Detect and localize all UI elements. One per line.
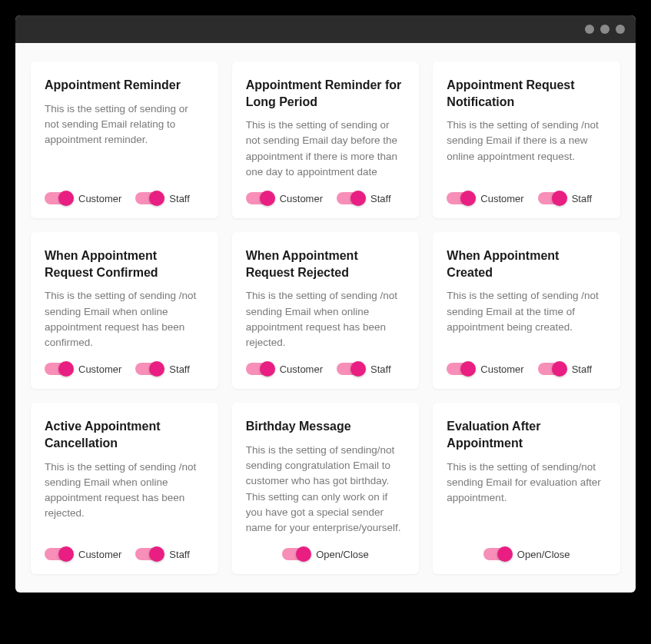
card-appointment-created: When Appointment Created This is the set… [433,232,620,389]
card-appointment-request-rejected: When Appointment Request Rejected This i… [232,232,420,389]
settings-grid: Appointment Reminder This is the setting… [15,43,636,593]
staff-toggle[interactable] [337,192,364,204]
toggle-row: Customer Staff [45,192,204,204]
toggle-row: Customer Staff [45,363,204,375]
card-title: When Appointment Request Confirmed [45,247,204,281]
toggle-group-customer: Customer [45,548,121,560]
toggle-row: Customer Staff [246,363,406,375]
toggle-group-customer: Customer [447,192,523,204]
card-title: Active Appointment Cancellation [45,418,204,451]
window-dot-icon [600,25,609,34]
card-title: Evaluation After Appointment [447,418,606,451]
toggle-group-openclose: Open/Close [282,548,369,560]
toggle-row: Customer Staff [246,192,406,204]
toggle-group-staff: Staff [337,363,391,375]
toggle-row: Customer Staff [447,192,606,204]
staff-toggle[interactable] [538,363,566,375]
staff-toggle[interactable] [135,548,163,560]
card-desc: This is the setting of sending or not se… [246,118,406,180]
window-dot-icon [585,25,594,34]
staff-toggle[interactable] [135,363,163,375]
toggle-label: Staff [572,193,593,204]
toggle-label: Customer [78,193,121,204]
window-dot-icon [616,25,625,34]
toggle-row: Customer Staff [45,548,204,560]
card-appointment-request-notification: Appointment Request Notification This is… [433,61,620,218]
app-window: Appointment Reminder This is the setting… [15,15,636,593]
toggle-label: Customer [280,363,323,375]
toggle-label: Staff [169,193,190,204]
toggle-label: Open/Close [316,549,369,560]
toggle-row: Open/Close [447,548,606,560]
card-desc: This is the setting of sending/not sendi… [246,443,406,536]
card-title: Appointment Reminder [45,77,204,94]
toggle-label: Customer [78,549,121,560]
toggle-group-customer: Customer [246,363,323,375]
toggle-label: Open/Close [517,549,570,560]
toggle-row: Customer Staff [447,363,606,375]
card-active-appointment-cancellation: Active Appointment Cancellation This is … [31,403,218,574]
card-evaluation-after-appointment: Evaluation After Appointment This is the… [433,403,620,574]
toggle-group-customer: Customer [447,363,523,375]
toggle-group-staff: Staff [538,363,593,375]
card-desc: This is the setting of sending/not sendi… [447,460,606,536]
customer-toggle[interactable] [246,363,274,375]
customer-toggle[interactable] [45,548,72,560]
toggle-label: Customer [480,363,523,375]
card-appointment-request-confirmed: When Appointment Request Confirmed This … [31,232,218,389]
toggle-group-staff: Staff [135,192,190,204]
staff-toggle[interactable] [337,363,364,375]
card-birthday-message: Birthday Message This is the setting of … [232,403,420,574]
toggle-group-openclose: Open/Close [483,548,570,560]
card-desc: This is the setting of sending /not send… [246,288,406,350]
card-appointment-reminder-long: Appointment Reminder for Long Period Thi… [232,61,420,218]
toggle-label: Staff [169,363,190,375]
openclose-toggle[interactable] [483,548,511,560]
card-title: When Appointment Created [447,247,606,281]
toggle-label: Staff [572,363,593,375]
titlebar [15,15,636,43]
toggle-label: Staff [169,549,190,560]
toggle-row: Open/Close [246,548,406,560]
toggle-group-customer: Customer [45,192,121,204]
customer-toggle[interactable] [246,192,274,204]
staff-toggle[interactable] [135,192,163,204]
card-desc: This is the setting of sending /not send… [45,288,204,350]
card-desc: This is the setting of sending or not se… [45,101,204,181]
openclose-toggle[interactable] [282,548,310,560]
toggle-group-staff: Staff [337,192,391,204]
toggle-label: Customer [480,193,523,204]
card-title: Birthday Message [246,418,406,435]
toggle-group-customer: Customer [45,363,121,375]
card-appointment-reminder: Appointment Reminder This is the setting… [31,61,218,218]
card-title: Appointment Reminder for Long Period [246,77,406,110]
toggle-label: Customer [280,193,323,204]
toggle-label: Customer [78,363,121,375]
card-desc: This is the setting of sending /not send… [447,288,606,350]
card-title: Appointment Request Notification [447,77,606,110]
toggle-group-staff: Staff [135,363,190,375]
toggle-group-staff: Staff [538,192,593,204]
customer-toggle[interactable] [45,192,72,204]
toggle-group-customer: Customer [246,192,323,204]
customer-toggle[interactable] [447,192,474,204]
customer-toggle[interactable] [45,363,72,375]
card-title: When Appointment Request Rejected [246,247,406,281]
toggle-label: Staff [370,363,391,375]
card-desc: This is the setting of sending /not send… [45,460,204,536]
customer-toggle[interactable] [447,363,474,375]
card-desc: This is the setting of sending /not send… [447,118,606,180]
toggle-label: Staff [370,193,391,204]
toggle-group-staff: Staff [135,548,190,560]
staff-toggle[interactable] [538,192,566,204]
